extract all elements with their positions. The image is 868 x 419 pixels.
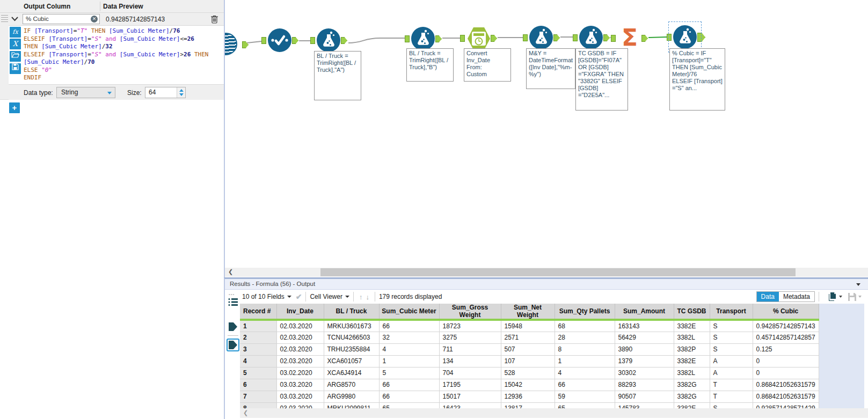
connection[interactable]: [348, 38, 405, 43]
column-header[interactable]: Sum_Qty Pallets: [555, 304, 615, 320]
copy-dropdown-icon[interactable]: [839, 296, 842, 298]
delete-expression-icon[interactable]: [210, 14, 218, 24]
column-header[interactable]: Sum_Gross Weight: [439, 304, 501, 320]
size-spinner[interactable]: [177, 87, 185, 98]
add-expression-button[interactable]: +: [9, 102, 20, 113]
cell: 15042: [501, 379, 555, 391]
column-header[interactable]: % Cubic: [753, 304, 819, 320]
cell: XCA6J4914: [324, 367, 379, 379]
fields-list-icon[interactable]: [228, 298, 238, 306]
copy-results-button[interactable]: [828, 292, 842, 302]
input-anchor-button[interactable]: [229, 322, 237, 331]
formula-tool-2[interactable]: [411, 27, 435, 50]
save-expression-icon[interactable]: [10, 63, 21, 74]
select-tool[interactable]: [268, 28, 291, 52]
tool-annotation[interactable]: TC GSDB = IF [GSDB]="FI07A" OR [GSDB] ="…: [575, 48, 628, 111]
dropdown-arrow-icon: [345, 296, 349, 298]
output-column-input[interactable]: % Cubic ✕: [23, 14, 100, 24]
results-collapse-icon[interactable]: [856, 283, 860, 286]
column-header[interactable]: Inv_Date: [276, 304, 324, 320]
input-anchor[interactable]: [405, 35, 410, 42]
cell: 711: [439, 343, 501, 355]
column-header[interactable]: Sum_Net Weight: [501, 304, 555, 320]
cell: 65: [555, 402, 615, 408]
fields-dropdown[interactable]: 10 of 10 Fields: [242, 293, 291, 300]
select-tool-icon: [268, 28, 291, 52]
cell: 163143: [615, 320, 674, 332]
chevron-down-icon[interactable]: [11, 17, 18, 21]
column-header[interactable]: TC GSDB: [674, 304, 710, 320]
tool-annotation[interactable]: M&Y = DateTimeFormat ([Inv Date],"%m- %y…: [526, 48, 575, 89]
scroll-down-icon[interactable]: ↓: [366, 293, 369, 301]
connection-selected[interactable]: [648, 37, 667, 38]
output-column-header: Output Column: [24, 3, 70, 10]
connection[interactable]: [247, 41, 261, 43]
cell: 4: [555, 367, 615, 379]
cell-viewer-dropdown[interactable]: Cell Viewer: [310, 293, 349, 300]
formula-tool-3[interactable]: [529, 26, 553, 49]
input-anchor[interactable]: [611, 35, 616, 42]
input-anchor[interactable]: [460, 35, 465, 42]
cell: 0.125: [753, 343, 819, 355]
formula-tool-1[interactable]: [317, 28, 340, 52]
input-data-tool[interactable]: [224, 33, 242, 56]
tool-annotation[interactable]: BL / Truck = TrimRight([BL / Truck],"A"): [314, 51, 361, 100]
cell: 66: [379, 391, 439, 402]
data-type-dropdown[interactable]: String: [56, 87, 115, 98]
functions-icon[interactable]: fx: [10, 27, 21, 38]
tool-annotation[interactable]: % Cubic = IF [Transport]="T" THEN [Sum_C…: [669, 48, 725, 111]
input-anchor[interactable]: [523, 34, 528, 41]
code-line: ENDIF: [24, 74, 222, 82]
results-title: Results - Formula (56) - Output: [230, 281, 315, 287]
input-data-tool-icon: [224, 33, 237, 55]
cell: 15017: [439, 391, 501, 402]
input-anchor[interactable]: [573, 34, 578, 41]
drag-handle-icon[interactable]: [1, 15, 8, 23]
cell: 107: [501, 355, 555, 367]
expression-code[interactable]: IF [Transport]="T" THEN [Sum_Cubic Meter…: [24, 27, 222, 82]
spin-up-icon[interactable]: [179, 89, 184, 92]
tool-annotation[interactable]: BL / Truck = TrimRight([BL / Truck],"B"): [406, 48, 454, 82]
results-panel: Results - Formula (56) - Output ••• 10 o…: [224, 277, 868, 419]
cell: 6: [240, 379, 276, 391]
column-header[interactable]: Sum_Cubic Meter: [379, 304, 439, 320]
data-metadata-toggle: Data Metadata: [756, 291, 815, 302]
canvas-horizontal-scrollbar[interactable]: ❮: [225, 268, 868, 277]
code-line: ELSE "0": [24, 67, 222, 75]
input-anchor[interactable]: [310, 37, 315, 44]
variables-icon[interactable]: X: [10, 39, 21, 49]
scrollbar-thumb[interactable]: [320, 268, 796, 276]
column-header[interactable]: Record #: [240, 304, 276, 320]
table-horizontal-scrollbar[interactable]: ❮: [240, 408, 868, 418]
expression-header-row: Output Column Data Preview: [0, 0, 224, 13]
open-expression-icon[interactable]: [10, 51, 21, 62]
table-filler: [819, 367, 864, 379]
cell: 0.868421052631579: [753, 391, 819, 402]
save-results-button[interactable]: [848, 292, 862, 302]
size-input[interactable]: 64: [145, 87, 186, 98]
save-dropdown-icon[interactable]: [858, 296, 862, 298]
metadata-tab[interactable]: Metadata: [779, 292, 814, 302]
results-title-bar[interactable]: Results - Formula (56) - Output: [225, 279, 868, 290]
cell: 0.868421052631579: [753, 379, 819, 391]
output-anchor-button-selected[interactable]: [227, 339, 239, 351]
column-header[interactable]: Transport: [710, 304, 753, 320]
datetime-tool[interactable]: [466, 26, 490, 50]
column-header[interactable]: BL / Truck: [324, 304, 379, 320]
scroll-left-icon[interactable]: ❮: [228, 268, 233, 275]
input-anchor[interactable]: [261, 37, 266, 44]
formula-tool-4[interactable]: [579, 26, 603, 49]
tool-annotation[interactable]: Convert Inv_Date From: Custom: [464, 48, 511, 82]
formula-editor[interactable]: fx X IF [Transport]="T" THEN [Sum_Cubic …: [9, 25, 224, 84]
dropdown-arrow-icon: [287, 296, 291, 298]
scroll-left-icon[interactable]: ❮: [243, 409, 248, 416]
apply-checkmark-icon[interactable]: ✔: [296, 292, 302, 301]
spin-down-icon[interactable]: [179, 93, 184, 96]
summarize-tool[interactable]: Σ: [617, 26, 641, 50]
data-tab[interactable]: Data: [757, 292, 779, 302]
workflow-canvas[interactable]: BL / Truck = TrimRight([BL / Truck],"A")…: [224, 0, 868, 277]
cell: 56429: [615, 332, 674, 343]
column-header[interactable]: Sum_Amount: [615, 304, 674, 320]
clear-field-icon[interactable]: ✕: [91, 16, 98, 23]
scroll-up-icon[interactable]: ↑: [359, 293, 363, 301]
